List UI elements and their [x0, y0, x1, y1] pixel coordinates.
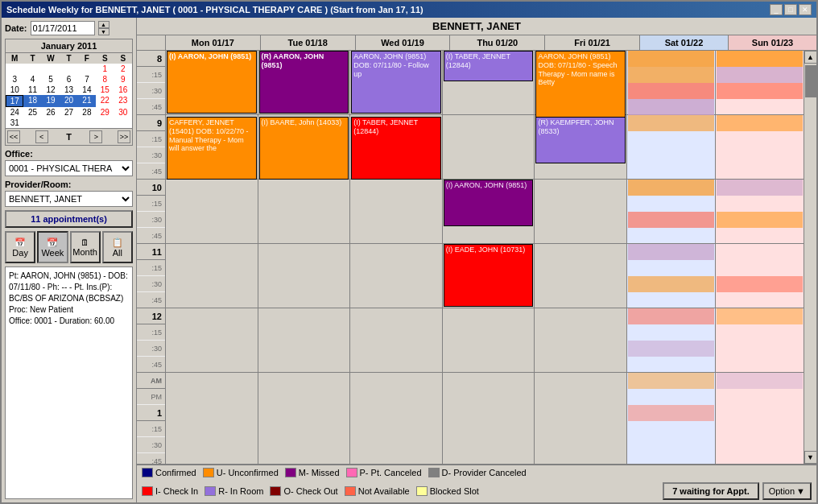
hour-12-label: 12 — [137, 308, 165, 324]
cal-day-17[interactable]: 17 — [6, 95, 23, 107]
not-available-color — [345, 486, 356, 496]
all-view-button[interactable]: 📋 All — [102, 231, 133, 263]
day-headers: Mon 01/17 Tue 01/18 Wed 01/19 Thu 01/20 … — [137, 35, 816, 51]
tuesday-column[interactable]: (R) AARON, JOHN (9851) (I) BAARE, John (… — [258, 51, 350, 464]
legend-provider-canceled: D- Provider Canceled — [428, 468, 527, 477]
appt-wed-2[interactable]: (I) TABER, JENNET (12844) — [351, 117, 441, 180]
scroll-thumb[interactable] — [805, 65, 816, 97]
nav-next-next-button[interactable]: >> — [118, 130, 130, 143]
cal-day-13[interactable]: 13 — [60, 85, 77, 95]
cal-day-20[interactable]: 20 — [60, 95, 77, 107]
cal-day-28[interactable]: 28 — [78, 107, 96, 118]
appt-tue-2[interactable]: (I) BAARE, John (14033) — [259, 117, 349, 180]
cal-day-9[interactable]: 9 — [114, 74, 132, 85]
legend-checkout: O- Check Out — [270, 486, 337, 496]
thursday-column[interactable]: (I) TABER, JENNET (12844) (I) AARON, JOH… — [442, 51, 535, 464]
cal-day-14[interactable]: 14 — [78, 85, 96, 95]
cal-day-5[interactable]: 5 — [42, 74, 60, 85]
appt-thu-3[interactable]: (I) EADE, JOHN (10731) — [444, 244, 534, 307]
time-column: 8 :15 :30 :45 9 :15 :30 :45 10 :15 :30 :… — [137, 51, 165, 464]
office-select[interactable]: 0001 - PHYSICAL THERA — [5, 160, 133, 176]
spin-down-button[interactable]: ▼ — [98, 28, 109, 35]
cal-day-12[interactable]: 12 — [42, 85, 60, 95]
pt-canceled-label: P- Pt. Canceled — [360, 468, 422, 477]
wednesday-column[interactable]: AARON, JOHN (9851) DOB: 07/11/80 - Follo… — [349, 51, 442, 464]
nav-next-button[interactable]: > — [89, 130, 102, 143]
spin-up-button[interactable]: ▲ — [98, 21, 109, 28]
time-830-label: :30 — [137, 83, 165, 99]
month-view-button[interactable]: 🗓 Month — [70, 231, 101, 263]
cal-day-27[interactable]: 27 — [60, 107, 77, 118]
option-label: Option — [769, 486, 795, 496]
cal-day-22[interactable]: 22 — [96, 95, 114, 107]
day-header-mon: Mon 01/17 — [165, 35, 260, 50]
nav-prev-button[interactable]: < — [35, 130, 48, 143]
cal-day-empty — [78, 64, 96, 74]
cal-day-25[interactable]: 25 — [23, 107, 41, 118]
monday-column[interactable]: (I) AARON, JOHN (9851) CAFFERY, JENNET (… — [165, 51, 258, 464]
close-button[interactable]: ✕ — [799, 4, 812, 15]
saturday-column[interactable] — [626, 51, 715, 464]
cal-day-3[interactable]: 3 — [6, 74, 23, 85]
legend-not-available: Not Available — [345, 486, 410, 496]
cal-header-s1: S — [96, 53, 114, 64]
day-view-button[interactable]: 📅 Day — [5, 231, 35, 263]
time-1115-label: :15 — [137, 260, 165, 276]
cal-day-15[interactable]: 15 — [96, 85, 114, 95]
nav-prev-prev-button[interactable]: << — [7, 130, 20, 143]
day-header-thu: Thu 01/20 — [449, 35, 544, 50]
appt-count-button[interactable]: 11 appointment(s) — [5, 210, 133, 228]
date-row: Date: ▲ ▼ — [5, 21, 133, 35]
calendar-month-title: January 2011 — [6, 39, 132, 53]
appt-wed-1[interactable]: AARON, JOHN (9851) DOB: 07/11/80 - Follo… — [351, 51, 441, 114]
cal-day-21[interactable]: 21 — [78, 95, 96, 107]
minimize-button[interactable]: _ — [770, 4, 783, 15]
calendar-grid: M T W T F S S 1 2 3 4 — [6, 53, 132, 128]
time-915-label: :15 — [137, 131, 165, 147]
cal-day-6[interactable]: 6 — [60, 74, 77, 85]
cal-day-31[interactable]: 31 — [6, 118, 23, 128]
appt-tue-1[interactable]: (R) AARON, JOHN (9851) — [259, 51, 349, 114]
appt-mon-1[interactable]: (I) AARON, JOHN (9851) — [167, 51, 257, 114]
scroll-down-arrow[interactable]: ▼ — [804, 451, 817, 464]
legend-row-2: I- Check In R- In Room O- Check Out — [142, 486, 479, 496]
appt-thu-1[interactable]: (I) TABER, JENNET (12844) — [444, 51, 534, 81]
cal-day-11[interactable]: 11 — [23, 85, 41, 95]
appt-fri-2[interactable]: (R) KAEMPFER, JOHN (8533) — [535, 117, 626, 163]
provider-select[interactable]: BENNETT, JANET — [5, 191, 133, 207]
sunday-column[interactable] — [715, 51, 804, 464]
day-header-sat: Sat 01/22 — [639, 35, 728, 50]
day-header-fri: Fri 01/21 — [544, 35, 639, 50]
cal-day-1[interactable]: 1 — [96, 64, 114, 74]
day-icon: 📅 — [14, 238, 26, 248]
cal-day-30[interactable]: 30 — [114, 107, 132, 118]
calendar-panel: BENNETT, JANET Mon 01/17 Tue 01/18 Wed 0… — [137, 18, 816, 502]
option-button[interactable]: Option ▼ — [762, 482, 812, 500]
cal-day-16[interactable]: 16 — [114, 85, 132, 95]
maximize-button[interactable]: □ — [784, 4, 797, 15]
cal-header-t2: T — [60, 53, 77, 64]
cal-day-18[interactable]: 18 — [23, 95, 41, 107]
cal-day-10[interactable]: 10 — [6, 85, 23, 95]
waiting-button[interactable]: 7 waiting for Appt. — [663, 482, 759, 500]
scroll-up-arrow[interactable]: ▲ — [804, 51, 817, 64]
cal-day-4[interactable]: 4 — [23, 74, 41, 85]
date-label: Date: — [5, 23, 27, 33]
friday-column[interactable]: AARON, JOHN (9851) DOB: 07/11/80 - Speec… — [534, 51, 626, 464]
vertical-scrollbar[interactable]: ▲ ▼ — [804, 51, 816, 464]
appt-mon-2[interactable]: CAFFERY, JENNET (15401) DOB: 10/22/70 - … — [167, 117, 257, 180]
appt-thu-2[interactable]: (I) AARON, JOHN (9851) — [444, 180, 534, 226]
cal-day-24[interactable]: 24 — [6, 107, 23, 118]
week-view-button[interactable]: 📆 Week — [37, 231, 68, 263]
cal-day-29[interactable]: 29 — [96, 107, 114, 118]
title-buttons: _ □ ✕ — [770, 4, 812, 15]
cal-day-7[interactable]: 7 — [78, 74, 96, 85]
nav-today-button[interactable]: T — [63, 132, 75, 142]
cal-day-2[interactable]: 2 — [114, 64, 132, 74]
hour-1-label: 1 — [137, 405, 165, 421]
cal-day-19[interactable]: 19 — [42, 95, 60, 107]
date-input[interactable] — [31, 21, 95, 35]
cal-day-8[interactable]: 8 — [96, 74, 114, 85]
cal-day-23[interactable]: 23 — [114, 95, 132, 107]
cal-day-26[interactable]: 26 — [42, 107, 60, 118]
